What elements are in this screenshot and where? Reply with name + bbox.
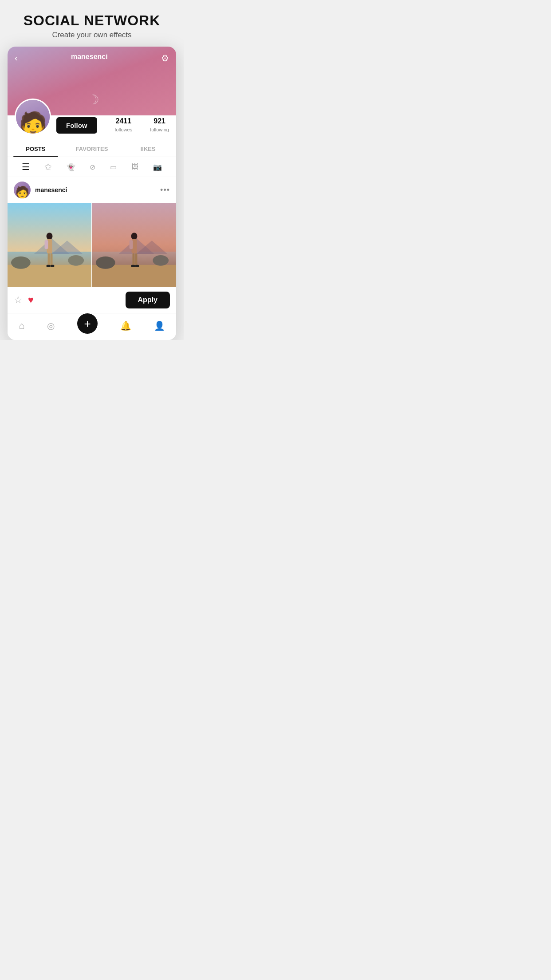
svg-rect-24 (133, 253, 135, 266)
post-actions: ☆ ♥ Apply (8, 287, 176, 313)
tab-posts[interactable]: POSTS (8, 141, 64, 157)
notifications-icon[interactable]: 🔔 (120, 320, 131, 331)
list-icon[interactable]: ☰ (22, 162, 30, 172)
bookmark-icon[interactable]: ☆ (14, 294, 23, 306)
bottom-nav: ⌂ ◎ + 🔔 👤 (8, 313, 176, 340)
post-card: 🧑 manesenci ••• (8, 177, 176, 313)
app-header: SOCIAL NETWORK Create your own effects (0, 0, 184, 47)
profile-username-header: manesenci (71, 53, 108, 61)
tab-likes[interactable]: lIKES (120, 141, 176, 157)
post-images (8, 203, 176, 287)
home-icon[interactable]: ⌂ (19, 320, 24, 332)
square-icon[interactable]: ▭ (110, 163, 117, 171)
star-outline-icon[interactable]: ✩ (44, 162, 52, 172)
svg-rect-10 (48, 253, 50, 266)
post-avatar: 🧑 (14, 182, 31, 198)
followers-count: 2411 (114, 117, 132, 125)
svg-rect-12 (47, 265, 51, 267)
svg-rect-25 (135, 253, 137, 266)
post-more-button[interactable]: ••• (160, 186, 170, 195)
svg-point-4 (68, 255, 84, 266)
svg-rect-13 (50, 265, 54, 267)
following-stat: 921 following (150, 117, 169, 133)
following-label: following (150, 127, 169, 132)
phone-frame: ‹ manesenci ⚙ ☽ 🧑 Follow 2411 followes 9… (8, 47, 176, 340)
post-avatar-silhouette: 🧑 (15, 186, 29, 198)
image-landscape-icon[interactable]: 🖼 (131, 163, 138, 171)
app-subtitle: Create your own effects (9, 31, 175, 40)
ghost-icon[interactable]: 👻 (67, 163, 75, 171)
follow-button[interactable]: Follow (56, 117, 97, 134)
camera-icon[interactable]: 📷 (153, 163, 162, 171)
following-count: 921 (150, 117, 169, 125)
profile-tabs: POSTS FAVORITES lIKES (8, 141, 176, 157)
profile-avatar-row: 🧑 Follow 2411 followes 921 following (8, 99, 176, 135)
settings-icon[interactable]: ⚙ (161, 53, 169, 63)
followers-label: followes (114, 127, 132, 132)
post-username: manesenci (35, 186, 67, 194)
followers-stat: 2411 followes (114, 117, 132, 133)
profile-stats-section: Follow 2411 followes 921 following (51, 117, 169, 134)
svg-point-3 (11, 257, 31, 269)
back-button[interactable]: ‹ (15, 53, 18, 63)
svg-rect-9 (45, 240, 48, 249)
app-title: SOCIAL NETWORK (9, 12, 175, 29)
post-user-left: 🧑 manesenci (14, 182, 67, 198)
create-button[interactable]: + (77, 313, 98, 334)
post-user-row: 🧑 manesenci ••• (8, 177, 176, 203)
apply-button[interactable]: Apply (126, 292, 170, 308)
profile-icon[interactable]: 👤 (154, 320, 165, 331)
image-slash-icon[interactable]: ⊘ (90, 163, 95, 171)
svg-rect-27 (135, 265, 139, 267)
post-actions-left: ☆ ♥ (14, 294, 34, 306)
explore-icon[interactable]: ◎ (47, 320, 55, 331)
heart-icon[interactable]: ♥ (28, 294, 34, 306)
svg-rect-23 (130, 240, 133, 249)
filter-icons-row: ☰ ✩ 👻 ⊘ ▭ 🖼 📷 (8, 157, 176, 177)
svg-point-21 (131, 233, 138, 240)
post-image-right (92, 203, 176, 287)
svg-rect-26 (131, 265, 135, 267)
post-image-left (8, 203, 91, 287)
svg-point-7 (47, 233, 53, 240)
svg-point-17 (96, 257, 115, 269)
avatar-silhouette: 🧑 (19, 112, 47, 134)
tab-favorites[interactable]: FAVORITES (64, 141, 120, 157)
svg-rect-11 (50, 253, 52, 266)
avatar: 🧑 (15, 99, 51, 135)
svg-point-18 (153, 255, 169, 266)
